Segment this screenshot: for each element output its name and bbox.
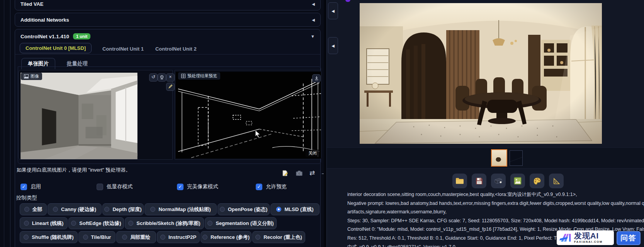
radio-icon (71, 221, 76, 226)
checkbox-checked-icon: ✓ (256, 184, 262, 190)
image-icon (24, 74, 29, 78)
faxianai-logo-icon (559, 232, 572, 243)
control-type-mlsd[interactable]: MLSD (直线) (270, 203, 319, 215)
zip-button[interactable] (491, 174, 506, 188)
download-preview-button[interactable] (312, 74, 321, 82)
thumbnail-preview[interactable] (510, 150, 523, 166)
checkbox-pixel-perfect[interactable]: ✓ 完美像素模式 (177, 183, 218, 190)
info-line: artifacts,signature,watermark,username,b… (347, 208, 644, 216)
collapse-left-icon: ◀ (331, 44, 335, 48)
tab-controlnet-unit-2[interactable]: ControlNet Unit 2 (155, 44, 197, 54)
control-type-row-2: Lineart (线稿) SoftEdge (软边缘) Scribble/Ske… (20, 217, 277, 229)
control-type-segmentation[interactable]: Segmentation (语义分割) (205, 217, 277, 229)
control-type-recolor[interactable]: Recolor (重上色) (252, 231, 305, 243)
control-type-canny[interactable]: Canny (硬边缘) (48, 203, 102, 215)
expand-down-icon: ▼ (311, 34, 315, 39)
accordion-tiled-vae[interactable]: Tiled VAE ◀ (15, 0, 321, 10)
watermark-brand-text: 发现AI (574, 232, 603, 240)
mlsd-preview-image (176, 72, 321, 158)
send-to-inpaint-button[interactable] (530, 174, 544, 188)
zip-icon (494, 178, 503, 184)
controlnet-header[interactable]: ControlNet v1.1.410 1 unit ▼ (15, 29, 320, 41)
info-line: interior decoration scene,sitting room,c… (347, 190, 644, 199)
webcam-button[interactable] (158, 73, 166, 82)
watermark-badge: 问答 (617, 231, 641, 245)
control-type-shuffle[interactable]: Shuffle (随机洗牌) (20, 231, 78, 243)
info-line: Steps: 30, Sampler: DPM++ SDE Karras, CF… (347, 216, 644, 225)
open-folder-button[interactable] (452, 174, 467, 188)
accordion-additional-networks-label: Additional Networks (20, 17, 69, 23)
radio-selected-icon (276, 207, 281, 212)
undo-icon: ↺ (151, 74, 155, 80)
watermark: 发现AI FAXIANAI.COM (557, 230, 614, 245)
checkbox-low-vram[interactable]: 低显存模式 (97, 183, 133, 190)
controlnet-unit-tabs: ControlNet Unit 0 [MLSD] ControlNet Unit… (15, 41, 320, 55)
control-type-inpaint[interactable]: 局部重绘 (116, 231, 156, 243)
panel-collapse-button-1[interactable]: ◀ (328, 2, 338, 19)
checkbox-checked-icon: ✓ (177, 184, 184, 190)
result-room-art (360, 3, 602, 144)
checkbox-allow-preview[interactable]: ✓ 允许预览 (256, 183, 287, 190)
radio-icon (150, 207, 155, 212)
radio-icon (24, 221, 29, 226)
save-button[interactable] (472, 174, 486, 188)
preprocessor-preview-panel[interactable]: 预处理结果预览 (175, 70, 321, 160)
floppy-icon (476, 177, 483, 185)
folder-icon (455, 177, 464, 184)
panel-collapse-button-2[interactable]: ◀ (328, 37, 338, 54)
controlnet-title: ControlNet v1.1.410 (20, 34, 69, 39)
info-line: Negative prompt: lowres,bad anatomy,bad … (347, 199, 644, 208)
send-to-extras-button[interactable] (549, 174, 564, 188)
control-type-openpose[interactable]: OpenPose (姿态) (217, 203, 270, 215)
radio-icon (207, 221, 212, 226)
radio-icon (83, 235, 88, 240)
tab-controlnet-unit-1[interactable]: ControlNet Unit 1 (102, 44, 144, 54)
radio-icon (160, 235, 165, 240)
control-type-softedge[interactable]: SoftEdge (软边缘) (68, 217, 124, 229)
preview-label: 预处理结果预览 (187, 73, 217, 79)
mirror-webcam-button[interactable]: ⇄ (308, 169, 316, 177)
control-type-lineart[interactable]: Lineart (线稿) (20, 217, 68, 229)
settings-column: Tiled VAE ◀ Additional Networks ◀ Contro… (0, 0, 324, 247)
checkbox-enable-label: 启用 (31, 183, 41, 190)
collapse-left-icon: ◀ (312, 2, 315, 6)
control-type-instructp2p[interactable]: InstructP2P (157, 231, 200, 243)
ruler-icon (553, 177, 560, 185)
control-type-depth[interactable]: Depth (深度) (102, 203, 144, 215)
thumbnail-result-selected[interactable] (491, 149, 507, 167)
send-to-img2img-button[interactable] (510, 174, 525, 188)
sketch-pen-button[interactable] (166, 83, 175, 91)
controlnet-options-row: ✓ 启用 低显存模式 ✓ 完美像素模式 ✓ 允许预览 (0, 183, 324, 192)
control-type-all[interactable]: 全部 (20, 203, 47, 215)
output-column: ◀ ◀ (326, 0, 644, 247)
panel-edge-line (10, 0, 10, 247)
single-image-tabitem: 图像 (18, 66, 321, 164)
source-image-dropzone[interactable]: 图像 (18, 70, 173, 160)
radio-icon (255, 235, 260, 240)
accordion-additional-networks[interactable]: Additional Networks ◀ (15, 13, 321, 27)
radio-icon (128, 221, 133, 226)
control-type-tile-blur[interactable]: Tile/Blur (78, 231, 116, 243)
clear-image-button[interactable]: × (166, 73, 175, 82)
generated-result-image[interactable] (360, 3, 602, 144)
checkbox-low-vram-label: 低显存模式 (107, 183, 133, 190)
pen-icon (168, 84, 173, 89)
webcam-toggle-button[interactable] (295, 169, 303, 177)
new-canvas-button[interactable] (281, 169, 289, 177)
control-type-normalmap[interactable]: NormalMap (法线贴图) (144, 203, 217, 215)
control-type-reference[interactable]: Reference (参考) (201, 231, 251, 243)
watermark-brand: 发现AI FAXIANAI.COM (574, 232, 603, 244)
checkbox-allow-preview-label: 允许预览 (266, 183, 287, 190)
controlnet-unit-count-badge: 1 unit (73, 33, 90, 39)
preview-close-button[interactable]: 关闭 (306, 150, 319, 157)
panel-edge-line (4, 0, 4, 247)
undo-image-button[interactable]: ↺ (149, 73, 158, 82)
radio-icon (24, 235, 29, 240)
camera-icon (296, 170, 302, 176)
radio-icon (220, 207, 225, 212)
checkbox-enable[interactable]: ✓ 启用 (20, 183, 41, 190)
tab-controlnet-unit-0[interactable]: ControlNet Unit 0 [MLSD] (20, 43, 92, 53)
control-type-scribble[interactable]: Scribble/Sketch (涂鸦/草图) (125, 217, 204, 229)
control-type-row-1: 全部 Canny (硬边缘) Depth (深度) NormalMap (法线贴… (20, 203, 319, 215)
radio-icon (202, 235, 207, 240)
